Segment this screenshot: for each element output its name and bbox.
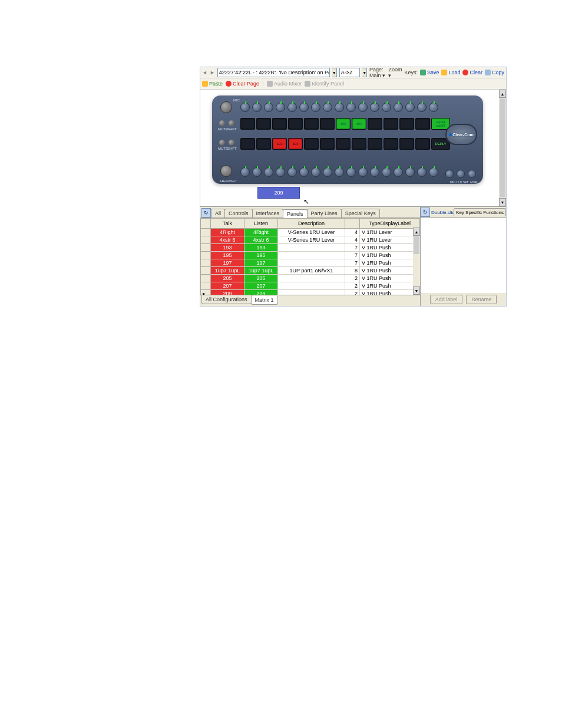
rotary-knob[interactable] [429,167,438,177]
rotary-knob[interactable] [358,167,368,177]
rotary-knob[interactable] [287,167,297,177]
count-cell[interactable]: 2 [345,275,360,282]
talk-cell[interactable]: 193 [211,244,244,252]
panel-key-194[interactable]: 194 [288,138,303,150]
row-header[interactable]: ▸ [201,290,211,295]
save-button[interactable]: Save [420,70,439,75]
row-header[interactable] [201,252,211,259]
rotary-knob[interactable] [311,167,320,177]
panel-key[interactable] [368,118,382,130]
rotary-knob[interactable] [240,103,250,112]
clearpage-button[interactable]: Clear Page [226,81,259,87]
ldsft-knob[interactable] [457,170,465,178]
table-row[interactable]: ▸2092092V 1RU Push [201,290,420,295]
count-cell[interactable]: 7 [345,259,360,267]
table-row[interactable]: 1971977V 1RU Push [201,259,420,267]
row-header[interactable] [201,244,211,252]
desc-cell[interactable] [278,275,345,282]
panel-key[interactable] [288,118,303,130]
rotary-knob[interactable] [264,167,273,177]
rotary-knob[interactable] [252,103,262,112]
sort-dropdown-icon[interactable]: ▼ [362,68,367,77]
row-header[interactable] [201,236,211,244]
type-cell[interactable]: V 1RU Push [360,275,420,282]
zoom-selector[interactable]: Zoom ▾ [388,67,402,78]
side-refresh-button[interactable]: ↻ [421,207,430,217]
rotary-knob[interactable] [346,167,356,177]
rotary-knob[interactable] [335,103,344,112]
scroll-up-icon[interactable]: ▲ [499,90,506,98]
table-row[interactable]: 2072072V 1RU Push [201,282,420,290]
row-header[interactable] [201,229,211,236]
type-cell[interactable]: V 1RU Push [360,282,420,290]
rotary-knob[interactable] [287,103,297,112]
rotary-knob[interactable] [346,103,356,112]
talk-cell[interactable]: 205 [211,275,244,282]
row-header[interactable] [201,275,211,282]
listen-cell[interactable]: 4xstr 6 [244,236,278,244]
listen-cell[interactable]: 4Right [244,229,278,236]
rotary-knob[interactable] [299,103,309,112]
rotary-knob[interactable] [276,103,285,112]
count-cell[interactable]: 4 [345,229,360,236]
scroll-down-icon[interactable]: ▼ [413,286,420,295]
load-button[interactable]: Load [441,70,460,75]
path-dropdown-icon[interactable]: ▼ [332,68,337,77]
panel-key-193[interactable]: 193 [272,138,287,150]
tab-matrix1[interactable]: Matrix 1 [251,296,278,305]
rotary-knob[interactable] [323,103,332,112]
tab-interfaces[interactable]: Interfaces [252,209,284,218]
sort-field[interactable]: A->Z [339,68,360,77]
count-cell[interactable]: 4 [345,236,360,244]
panel-key[interactable] [304,138,319,150]
panel-key[interactable] [272,118,287,130]
row-header[interactable] [201,267,211,275]
tab-all[interactable]: All [211,209,225,218]
desc-cell[interactable]: V-Series 1RU Lever [278,229,345,236]
nav-fwd-icon[interactable]: ► [210,70,215,75]
shift-button-1[interactable] [229,120,234,126]
desc-cell[interactable] [278,259,345,267]
tab-partylines[interactable]: Party Lines [307,209,342,218]
count-cell[interactable]: 7 [345,252,360,259]
talk-cell[interactable]: 4xstr 6 [211,236,244,244]
desc-cell[interactable]: 1UP port1 oN/VX1 [278,267,345,275]
count-cell[interactable]: 8 [345,267,360,275]
panel-key[interactable] [368,138,382,150]
rotary-knob[interactable] [252,167,262,177]
panel-key[interactable] [240,138,255,150]
type-cell[interactable]: V 1RU Push [360,267,420,275]
talk-cell[interactable]: 197 [211,259,244,267]
viewport-scrollbar[interactable]: ▲ ▼ [499,90,506,206]
panel-key[interactable] [384,138,398,150]
path-field[interactable]: 42227:42:22L - : 4222R:. 'No Description… [217,68,330,77]
copy-button[interactable]: Copy [485,70,504,75]
panel-key[interactable] [415,118,430,130]
rotary-knob[interactable] [394,103,403,112]
desc-cell[interactable] [278,290,345,295]
panel-key[interactable] [256,118,271,130]
table-row[interactable]: 4Right4RightV-Series 1RU Lever4V 1RU Lev… [201,229,420,236]
rotary-knob[interactable] [405,103,415,112]
talk-cell[interactable]: 1up7 1upL [211,267,244,275]
rotary-knob[interactable] [405,167,415,177]
rotary-knob[interactable] [264,103,273,112]
talk-cell[interactable]: 207 [211,282,244,290]
rotary-knob[interactable] [358,103,368,112]
grid-table[interactable]: TalkListenDescriptionTypeDisplayLabel4Ri… [200,218,420,295]
type-cell[interactable]: V 1RU Push [360,244,420,252]
count-cell[interactable]: 7 [345,244,360,252]
table-row[interactable]: 1951957V 1RU Push [201,252,420,259]
mute-button-2[interactable] [219,140,225,146]
menu-knob[interactable] [445,170,454,178]
rotary-knob[interactable] [429,103,438,112]
rotary-knob[interactable] [370,167,379,177]
talk-cell[interactable]: 195 [211,252,244,259]
row-header[interactable] [201,282,211,290]
tab-specialkeys[interactable]: Special Keys [341,209,380,218]
rotary-knob[interactable] [370,103,379,112]
listen-cell[interactable]: 209 [244,290,278,295]
count-cell[interactable]: 2 [345,290,360,295]
rotary-knob[interactable] [299,167,309,177]
desc-cell[interactable] [278,244,345,252]
